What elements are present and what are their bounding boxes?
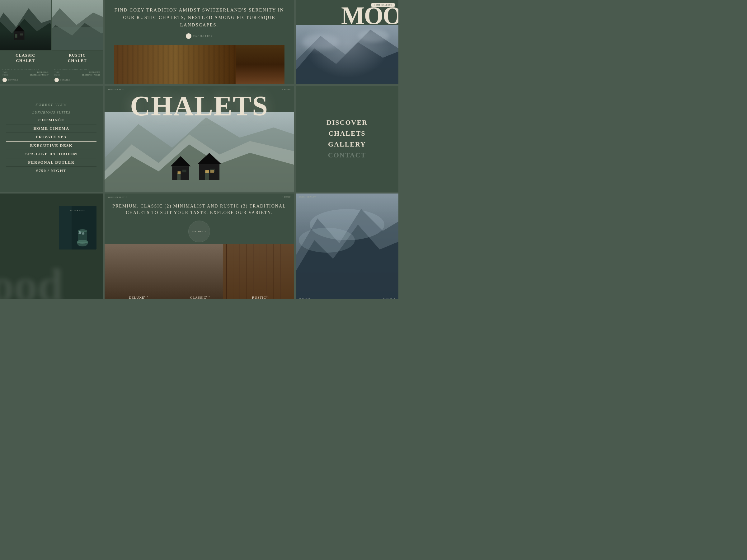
mountain-background-photo xyxy=(296,25,398,84)
bottom-right-labels: PEACEFUL MOUNTAIN xyxy=(296,297,398,299)
wood-texture-left xyxy=(114,45,236,84)
switzerland-text-cell: FIND COZY TRADITION AMIDST SWITZERLAND'S… xyxy=(105,0,294,84)
mountain-photo-cell: SWISS CHALET xyxy=(296,193,398,299)
classic-detail-tag: CLASSIC CHALETS — FOR SIMPLICITY xyxy=(2,68,49,70)
discover-nav-cell: DISCOVER CHALETS GALLERY CONTACT xyxy=(296,86,398,192)
ood-blurred-text: ood xyxy=(0,262,63,299)
chalet-hero-image xyxy=(105,112,294,192)
nav-item-chalets[interactable]: CHALETS xyxy=(327,128,367,139)
classic-details-button[interactable]: DETAILS xyxy=(2,78,49,82)
hero-description: FIND COZY TRADITION AMIDST SWITZERLAND'S… xyxy=(114,6,284,29)
rustic-card-info: RUSTIC CHALET xyxy=(52,50,103,66)
svg-rect-40 xyxy=(82,232,85,235)
swiss-chalet-brand: SWISS CHALET xyxy=(108,88,125,90)
rustic-card-title: RUSTIC CHALET xyxy=(55,53,100,63)
classic-card-info: CLASSIC CHALET xyxy=(0,50,51,66)
svg-rect-35 xyxy=(59,206,72,249)
classic-card-title: CLASSIC CHALET xyxy=(3,53,48,63)
chalets-hero-cell: SWISS CHALET ≡ MENU CHALETS xyxy=(105,86,294,192)
cat-rustic: RUSTIC(3) xyxy=(252,295,269,299)
rustic-details-button[interactable]: DETAILS xyxy=(54,78,101,82)
ood-blur-cell: ood BEVERAGES xyxy=(0,193,103,299)
wood-texture-right xyxy=(236,45,284,84)
list-item: PRIVATE SPA xyxy=(6,133,97,141)
mountain-label: MOUNTAIN xyxy=(383,297,395,299)
mountain-bottom-image xyxy=(296,193,398,299)
bot-menu-toggle[interactable]: ≡ MENU xyxy=(282,196,291,198)
main-grid: CLASSIC CHALET CLASSIC CHALETS — FOR SIM… xyxy=(0,0,398,299)
svg-rect-3 xyxy=(14,31,25,40)
category-preview-image: DELUXE(1) CLASSIC(2) RUSTIC(3) xyxy=(105,244,294,299)
list-item: PERSONAL BUTLER xyxy=(6,158,97,167)
rustic-chalet-image xyxy=(52,0,103,50)
explore-label: EXPLORE → xyxy=(191,230,207,233)
forest-view-title: FOREST VIEW xyxy=(35,103,67,106)
svg-rect-25 xyxy=(182,169,186,172)
chalets-large-title: CHALETS xyxy=(105,92,294,120)
category-background xyxy=(105,244,294,299)
classic-chalet-card: CLASSIC CHALET CLASSIC CHALETS — FOR SIM… xyxy=(0,0,51,84)
moo-mountain-cell: HOME GALLERY MOO xyxy=(296,0,398,84)
amenities-list: LUXURIOUS SUITES CHEMINÉE HOME CINEMA PR… xyxy=(6,109,97,175)
classic-chalet-image xyxy=(0,0,51,50)
bot-brand-label: SWISS CHALET ↗ xyxy=(108,196,127,198)
cat-deluxe: DELUXE(1) xyxy=(129,295,148,299)
list-item: $750 / NIGHT xyxy=(6,167,97,175)
chalet-cards-cell: CLASSIC CHALET CLASSIC CHALETS — FOR SIM… xyxy=(0,0,103,84)
rustic-card-details: RUSTIC CHALETS — FOR TRADITION TYPE BEDR… xyxy=(52,66,103,84)
premium-categories-cell: SWISS CHALET ↗ ≡ MENU PREMIUM, CLASSIC (… xyxy=(105,193,294,299)
chalet-cards-container: CLASSIC CHALET CLASSIC CHALETS — FOR SIM… xyxy=(0,0,103,84)
nav-item-gallery[interactable]: GALLERY xyxy=(327,139,367,150)
cat-classic: CLASSIC(2) xyxy=(190,295,210,299)
explore-button[interactable]: EXPLORE → xyxy=(188,220,210,242)
drink-preview-image: BEVERAGES xyxy=(59,206,97,249)
svg-rect-11 xyxy=(52,27,103,50)
facilities-button[interactable]: FACILITIES xyxy=(186,33,212,39)
category-labels-row: DELUXE(1) CLASSIC(2) RUSTIC(3) xyxy=(105,295,294,299)
bottom-nav-bar: SWISS CHALET ↗ ≡ MENU xyxy=(108,196,291,198)
facilities-circle xyxy=(186,33,191,39)
drink-label-text: BEVERAGES xyxy=(59,209,97,212)
classic-card-details: CLASSIC CHALETS — FOR SIMPLICITY TYPE BE… xyxy=(0,66,51,84)
discover-navigation: DISCOVER CHALETS GALLERY CONTACT xyxy=(327,117,367,161)
rustic-detail-tag: RUSTIC CHALETS — FOR TRADITION xyxy=(54,68,101,70)
list-item: CHEMINÉE xyxy=(6,116,97,125)
nav-item-discover[interactable]: DISCOVER xyxy=(327,117,367,128)
forest-view-menu-cell: FOREST VIEW LUXURIOUS SUITES CHEMINÉE HO… xyxy=(0,86,103,192)
classic-detail-circle xyxy=(2,78,7,82)
moo-large-text: MOO xyxy=(341,3,398,28)
list-item: EXECUTIVE DESK xyxy=(6,141,97,150)
svg-rect-31 xyxy=(205,170,209,173)
list-item: LUXURIOUS SUITES xyxy=(6,109,97,116)
cloud-overlay xyxy=(296,25,398,84)
svg-rect-6 xyxy=(20,33,23,35)
svg-rect-32 xyxy=(210,170,214,173)
rustic-detail-circle xyxy=(54,78,59,82)
list-item: HOME CINEMA xyxy=(6,125,97,133)
svg-rect-30 xyxy=(178,171,181,174)
home-gallery-nav[interactable]: HOME GALLERY xyxy=(371,3,395,7)
svg-rect-26 xyxy=(199,164,220,180)
list-item: SPA-LIKE BATHROOM xyxy=(6,150,97,158)
rustic-chalet-card: RUSTIC CHALET RUSTIC CHALETS — FOR TRADI… xyxy=(52,0,103,84)
svg-rect-24 xyxy=(177,173,181,180)
wood-texture-image xyxy=(114,45,284,84)
nav-item-contact[interactable]: CONTACT xyxy=(327,150,367,161)
peaceful-label: PEACEFUL xyxy=(299,297,311,299)
bot-right-brand: SWISS CHALET xyxy=(299,196,316,198)
svg-rect-42 xyxy=(223,244,294,299)
svg-rect-58 xyxy=(296,193,398,299)
menu-toggle[interactable]: ≡ MENU xyxy=(282,88,291,90)
svg-rect-5 xyxy=(15,34,18,38)
